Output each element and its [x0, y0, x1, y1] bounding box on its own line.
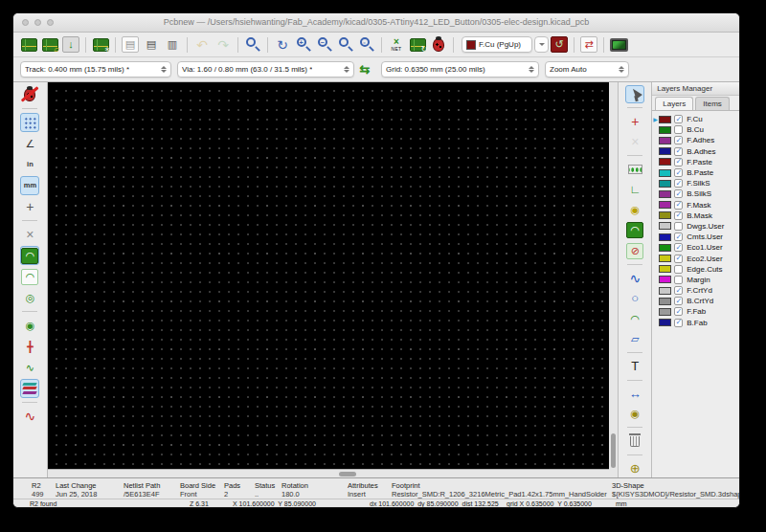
via-size-select[interactable]: Via: 1.60 / 0.80 mm (63.0 / 31.5 mils) *: [177, 61, 354, 78]
layer-color-swatch[interactable]: [659, 116, 671, 123]
layer-row-cmts-user[interactable]: ✓Cmts.User: [652, 232, 739, 242]
layer-row-dwgs-user[interactable]: Dwgs.User: [652, 221, 739, 232]
zoom-select[interactable]: Zoom Auto: [545, 61, 629, 78]
high-contrast-icon[interactable]: [20, 379, 39, 398]
layer-visibility-checkbox[interactable]: ✓: [674, 211, 683, 220]
active-layer-select[interactable]: F.Cu (PgUp): [462, 36, 532, 53]
save-board-icon[interactable]: ↓: [61, 35, 80, 55]
drc-off-icon[interactable]: [20, 85, 39, 104]
layer-row-b-mask[interactable]: ✓B.Mask: [652, 211, 739, 221]
layer-row-b-silks[interactable]: ✓B.SilkS: [652, 188, 739, 199]
layer-row-f-cu[interactable]: ▶✓F.Cu: [652, 114, 739, 124]
vias-sketch-icon[interactable]: ╋: [20, 337, 39, 356]
cursor-shape-icon[interactable]: +: [20, 197, 39, 216]
layer-row-edge-cuts[interactable]: Edge.Cuts: [652, 264, 739, 275]
zoom-fit-icon[interactable]: [336, 35, 355, 55]
layer-color-swatch[interactable]: [659, 255, 671, 262]
zone-outline-icon[interactable]: ◠: [20, 267, 39, 286]
microwave-icon[interactable]: ∿: [20, 407, 39, 426]
pcb-canvas[interactable]: [48, 82, 609, 469]
zoom-in-icon[interactable]: +: [294, 35, 313, 55]
layer-color-swatch[interactable]: [659, 298, 671, 305]
track-width-select[interactable]: Track: 0.400 mm (15.75 mils) *: [20, 61, 171, 78]
vertical-scrollbar-thumb[interactable]: [611, 433, 616, 468]
plot-icon[interactable]: ▥: [163, 35, 182, 55]
layer-color-swatch[interactable]: [659, 244, 671, 252]
layer-color-swatch[interactable]: [659, 201, 671, 209]
layer-color-swatch[interactable]: [659, 126, 671, 134]
layer-visibility-checkbox[interactable]: ✓: [674, 243, 683, 252]
layer-row-f-mask[interactable]: ✓F.Mask: [652, 200, 739, 211]
layer-visibility-checkbox[interactable]: ✓: [674, 286, 683, 295]
horizontal-scrollbar-thumb[interactable]: [339, 472, 356, 477]
add-via-icon[interactable]: ◉: [625, 201, 644, 219]
add-graphic-line-icon[interactable]: ∿: [625, 269, 644, 287]
layer-color-swatch[interactable]: [659, 190, 671, 198]
layer-visibility-checkbox[interactable]: ✓: [674, 307, 683, 316]
layer-row-f-adhes[interactable]: ✓F.Adhes: [652, 135, 739, 145]
interactive-router-icon[interactable]: ⇄: [579, 35, 598, 55]
local-ratsnest-icon[interactable]: ×: [625, 133, 644, 151]
layer-color-swatch[interactable]: [659, 180, 671, 188]
layer-color-swatch[interactable]: [659, 222, 671, 230]
grid-size-select[interactable]: Grid: 0.6350 mm (25.00 mils): [381, 61, 539, 78]
highlight-net-icon[interactable]: +: [625, 112, 644, 130]
layer-row-f-fab[interactable]: ✓F.Fab: [652, 306, 739, 317]
layer-row-b-paste[interactable]: ✓B.Paste: [652, 167, 739, 178]
layer-row-eco2-user[interactable]: ✓Eco2.User: [652, 253, 739, 263]
title-bar[interactable]: Pcbnew — /Users/hsiehwanting/Fab_Academy…: [13, 13, 739, 33]
delete-icon[interactable]: [625, 432, 644, 450]
add-arc-icon[interactable]: ◠: [625, 310, 644, 328]
layer-row-b-cu[interactable]: B.Cu: [652, 124, 739, 135]
layer-visibility-checkbox[interactable]: ✓: [674, 168, 683, 177]
zone-fill-off-icon[interactable]: ◎: [20, 288, 39, 307]
layer-row-eco1-user[interactable]: ✓Eco1.User: [652, 242, 739, 253]
layer-visibility-checkbox[interactable]: ✓: [674, 115, 683, 123]
select-tool-icon[interactable]: [625, 85, 644, 103]
find-icon[interactable]: [243, 35, 262, 55]
units-mm-icon[interactable]: mm: [20, 176, 39, 195]
add-keepout-icon[interactable]: ⊘: [625, 242, 644, 260]
add-polygon-icon[interactable]: ▱: [625, 330, 644, 348]
layer-row-b-crtyd[interactable]: ✓B.CrtYd: [652, 296, 739, 306]
grid-origin-icon[interactable]: ⊕: [625, 459, 644, 477]
layer-row-f-silks[interactable]: ✓F.SilkS: [652, 178, 739, 188]
auto-track-width-icon[interactable]: ⇆: [355, 60, 374, 79]
layer-color-swatch[interactable]: [659, 169, 671, 177]
layer-row-f-paste[interactable]: ✓F.Paste: [652, 157, 739, 167]
layer-color-swatch[interactable]: [659, 265, 671, 273]
layer-visibility-checkbox[interactable]: ✓: [674, 233, 683, 241]
layer-visibility-checkbox[interactable]: [674, 125, 683, 134]
add-footprint-icon[interactable]: [625, 160, 644, 178]
vertical-scrollbar[interactable]: [609, 82, 618, 477]
layer-row-f-crtyd[interactable]: ✓F.CrtYd: [652, 285, 739, 296]
redraw-view-icon[interactable]: ↻: [273, 35, 292, 55]
zone-fill-icon[interactable]: ◠: [20, 246, 39, 265]
add-text-icon[interactable]: T: [625, 357, 644, 375]
layer-color-swatch[interactable]: [659, 158, 671, 166]
layer-color-swatch[interactable]: [659, 211, 671, 219]
add-dimension-icon[interactable]: ↔: [625, 385, 644, 403]
zoom-selection-icon[interactable]: ▫: [357, 35, 376, 55]
layer-color-swatch[interactable]: [659, 319, 671, 326]
add-zone-icon[interactable]: ◠: [625, 221, 644, 239]
board-setup-icon[interactable]: ∗: [91, 35, 110, 55]
horizontal-scrollbar[interactable]: [48, 469, 609, 477]
update-pcb-icon[interactable]: ↻: [408, 35, 427, 55]
grid-visibility-icon[interactable]: [20, 113, 39, 132]
layer-visibility-checkbox[interactable]: ✓: [674, 319, 683, 327]
layer-color-swatch[interactable]: [659, 276, 671, 283]
layer-pair-icon[interactable]: ↺: [550, 35, 569, 55]
layer-color-swatch[interactable]: [659, 147, 671, 155]
3d-viewer-icon[interactable]: [609, 35, 628, 55]
layer-visibility-checkbox[interactable]: ✓: [674, 255, 683, 263]
layer-visibility-checkbox[interactable]: ✓: [674, 201, 683, 210]
layer-visibility-checkbox[interactable]: ✓: [674, 158, 683, 166]
layer-color-swatch[interactable]: [659, 287, 671, 295]
tab-items[interactable]: Items: [695, 97, 730, 110]
print-icon[interactable]: ▤: [142, 35, 161, 55]
layer-visibility-checkbox[interactable]: ✓: [674, 179, 683, 188]
add-circle-icon[interactable]: ○: [625, 289, 644, 307]
layer-visibility-checkbox[interactable]: [674, 276, 683, 284]
pads-sketch-icon[interactable]: ◉: [20, 316, 39, 335]
